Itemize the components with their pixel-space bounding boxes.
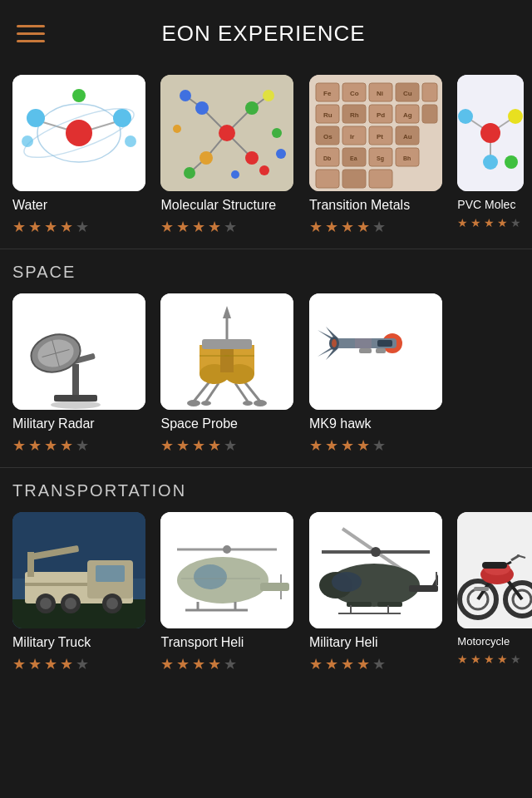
svg-point-77: [483, 155, 498, 170]
card-title-pvc: PVC Molec: [457, 198, 524, 211]
card-image-pvc: [457, 75, 524, 191]
card-helicopter1[interactable]: Transport Heli ★ ★ ★ ★ ★: [160, 512, 293, 673]
svg-rect-117: [359, 348, 372, 353]
svg-rect-116: [355, 338, 372, 348]
card-stars-pvc: ★ ★ ★ ★ ★: [457, 216, 524, 229]
svg-point-95: [201, 401, 211, 406]
svg-text:Os: Os: [323, 133, 332, 140]
svg-point-29: [173, 125, 181, 133]
card-molecular[interactable]: Molecular Structure ★ ★ ★ ★ ★: [160, 75, 293, 236]
card-helicopter2[interactable]: Military Heli ★ ★ ★ ★ ★: [309, 512, 442, 673]
svg-point-131: [65, 598, 76, 609]
svg-point-28: [276, 149, 286, 159]
hamburger-line-3: [17, 40, 45, 42]
card-stars-heli2: ★ ★ ★ ★ ★: [309, 655, 442, 673]
menu-button[interactable]: [17, 25, 45, 42]
card-image-truck: [12, 512, 145, 628]
svg-text:Ir: Ir: [350, 133, 354, 140]
svg-point-20: [195, 101, 209, 115]
svg-point-93: [187, 400, 200, 406]
card-image-radar: [12, 293, 145, 410]
svg-point-19: [219, 125, 235, 141]
card-stars-radar: ★ ★ ★ ★ ★: [12, 436, 145, 455]
card-image-water: [12, 75, 145, 191]
svg-rect-80: [72, 364, 79, 397]
svg-text:Db: Db: [323, 155, 331, 161]
svg-text:Ea: Ea: [350, 155, 357, 161]
section-header-space: SPACE: [0, 249, 532, 285]
section-header-transportation: TRANSPORTATION: [0, 468, 532, 504]
hamburger-line-1: [17, 25, 45, 27]
svg-point-6: [27, 109, 45, 127]
svg-rect-135: [27, 552, 34, 577]
card-stars-transition-metals: ★ ★ ★ ★ ★: [309, 218, 442, 236]
svg-rect-119: [377, 340, 392, 347]
svg-text:Bh: Bh: [403, 155, 411, 161]
svg-point-23: [245, 151, 259, 165]
svg-point-30: [272, 128, 282, 138]
svg-point-8: [72, 89, 86, 102]
svg-rect-177: [474, 587, 489, 591]
chemistry-section-scroll[interactable]: Water ★ ★ ★ ★ ★: [0, 66, 532, 249]
svg-text:Sg: Sg: [377, 155, 384, 162]
svg-point-75: [458, 109, 473, 124]
svg-rect-144: [260, 583, 289, 591]
card-truck[interactable]: Military Truck ★ ★ ★ ★ ★: [12, 512, 145, 673]
card-title-hawk: MK9 hawk: [309, 416, 442, 431]
space-section-scroll[interactable]: Military Radar ★ ★ ★ ★ ★: [0, 285, 532, 467]
svg-rect-103: [220, 347, 234, 372]
card-stars-molecular: ★ ★ ★ ★ ★: [160, 218, 293, 236]
card-space-probe[interactable]: Space Probe ★ ★ ★ ★ ★: [160, 293, 293, 455]
svg-point-155: [332, 572, 362, 592]
svg-point-96: [243, 401, 253, 406]
svg-text:Au: Au: [403, 133, 412, 140]
svg-text:Pd: Pd: [377, 111, 385, 119]
svg-rect-156: [409, 585, 438, 592]
svg-rect-104: [202, 339, 252, 349]
svg-text:Ag: Ag: [403, 111, 412, 119]
svg-text:Fe: Fe: [323, 90, 332, 97]
svg-point-24: [180, 90, 191, 101]
svg-point-22: [200, 151, 213, 165]
svg-point-94: [254, 400, 267, 406]
transportation-section-scroll[interactable]: Military Truck ★ ★ ★ ★ ★: [0, 504, 532, 686]
card-stars-heli1: ★ ★ ★ ★ ★: [160, 655, 293, 673]
svg-point-143: [194, 564, 227, 589]
card-pvc[interactable]: PVC Molec ★ ★ ★ ★ ★: [457, 75, 524, 229]
card-transition-metals[interactable]: Fe Co Ni Cu Ru Rh Pd Ag Os Ir Pt Au Db E…: [309, 75, 442, 236]
svg-point-31: [231, 170, 239, 179]
card-image-heli2: [309, 512, 442, 628]
card-military-radar[interactable]: Military Radar ★ ★ ★ ★ ★: [12, 293, 145, 455]
svg-point-139: [223, 545, 231, 554]
svg-rect-81: [54, 395, 97, 401]
svg-rect-174: [482, 562, 507, 569]
svg-point-27: [259, 165, 269, 175]
svg-rect-37: [422, 83, 437, 101]
svg-rect-42: [422, 105, 437, 123]
svg-point-26: [184, 167, 195, 179]
svg-point-152: [371, 547, 381, 557]
card-water[interactable]: Water ★ ★ ★ ★ ★: [12, 75, 145, 236]
card-motorcycle[interactable]: Motorcycle ★ ★ ★ ★ ★: [457, 512, 532, 666]
svg-point-76: [508, 109, 523, 124]
svg-text:Ru: Ru: [323, 111, 332, 119]
svg-point-129: [40, 598, 52, 609]
svg-rect-127: [96, 565, 125, 582]
card-image-transition-metals: Fe Co Ni Cu Ru Rh Pd Ag Os Ir Pt Au Db E…: [309, 75, 442, 191]
svg-text:Ni: Ni: [377, 90, 383, 97]
svg-rect-53: [369, 170, 392, 188]
card-title-heli1: Transport Heli: [160, 635, 293, 650]
card-stars-truck: ★ ★ ★ ★ ★: [12, 655, 145, 673]
svg-rect-51: [316, 170, 339, 188]
svg-point-82: [51, 401, 101, 409]
svg-point-10: [125, 135, 136, 147]
svg-point-21: [245, 101, 259, 115]
svg-point-9: [22, 135, 33, 147]
svg-rect-160: [377, 602, 402, 607]
card-title-molecular: Molecular Structure: [160, 198, 293, 213]
card-image-probe: [160, 293, 293, 410]
card-stars-probe: ★ ★ ★ ★ ★: [160, 436, 293, 455]
card-mk9-hawk[interactable]: MK9 hawk ★ ★ ★ ★ ★: [309, 293, 442, 455]
card-image-moto: [457, 512, 532, 628]
card-title-moto: Motorcycle: [457, 635, 532, 648]
